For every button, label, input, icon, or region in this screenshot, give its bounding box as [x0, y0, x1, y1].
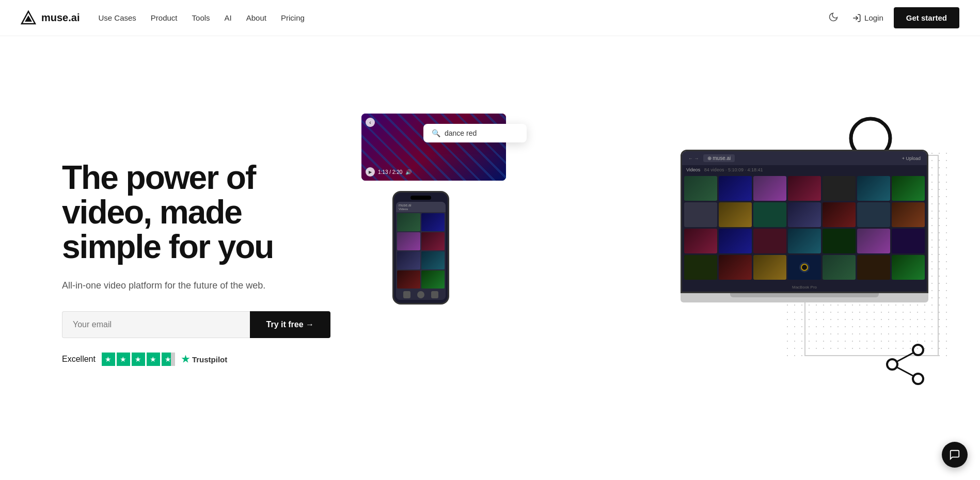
- vt-11: [788, 202, 821, 227]
- logo[interactable]: muse.ai: [21, 10, 80, 26]
- video-overlay: ▶ 1:13 / 2:20 🔊: [366, 167, 412, 177]
- vt-12: [823, 202, 856, 227]
- vt-15: [684, 229, 717, 253]
- vt-26: [823, 255, 856, 280]
- laptop-browser-bar: ← → ⊕ muse.ai + Upload: [682, 151, 927, 165]
- nav-product[interactable]: Product: [151, 13, 178, 22]
- vt-13: [857, 202, 890, 227]
- upload-btn: + Upload: [902, 156, 921, 161]
- svg-line-9: [897, 367, 913, 376]
- nav-ai[interactable]: AI: [225, 13, 232, 22]
- video-row-4: [684, 255, 925, 280]
- hero-right: ‹ ▶ 1:13 / 2:20 🔊 🔍 dance red muse.ai V: [351, 108, 939, 418]
- back-arrow: ‹: [366, 118, 375, 127]
- trustpilot-logo: ★ Trustpilot: [181, 354, 227, 365]
- phone-top-bar: muse.ai Videos: [396, 202, 446, 212]
- vt-8: [684, 202, 717, 227]
- nav-tools[interactable]: Tools: [192, 13, 210, 22]
- vt-20: [857, 229, 890, 253]
- phone-thumb-8: [421, 270, 445, 289]
- search-icon-small: 🔍: [432, 129, 440, 137]
- vt-7: [892, 176, 925, 201]
- trustpilot-section: Excellent ★ ★ ★ ★ ★ ★ Trustpilot: [62, 353, 330, 366]
- phone-thumb-7: [397, 270, 420, 289]
- laptop-model-label: MacBook Pro: [682, 283, 927, 292]
- phone-body: muse.ai Videos: [392, 191, 449, 305]
- svg-line-8: [897, 353, 913, 361]
- star-rating: ★ ★ ★ ★ ★: [102, 353, 175, 366]
- star-1: ★: [102, 353, 115, 366]
- solar-eclipse: [799, 262, 810, 273]
- laptop-content: ← → ⊕ muse.ai + Upload Videos 84 videos …: [682, 151, 927, 292]
- trustpilot-label: Excellent: [62, 355, 96, 364]
- nav-about[interactable]: About: [246, 13, 266, 22]
- phone-thumb-5: [397, 251, 420, 269]
- video-row-3: [684, 229, 925, 253]
- svg-point-7: [913, 374, 923, 384]
- trustpilot-brand: Trustpilot: [192, 355, 227, 364]
- search-query: dance red: [445, 129, 477, 137]
- laptop-foot: [730, 293, 879, 297]
- phone-thumb-6: [421, 251, 445, 269]
- volume-icon: 🔊: [405, 169, 412, 175]
- vt-17: [753, 229, 786, 253]
- laptop-base: [681, 293, 928, 302]
- share-icon: [882, 344, 928, 387]
- vt-28: [892, 255, 925, 280]
- login-icon: [852, 13, 861, 23]
- nav-right: Login Get started: [825, 7, 959, 28]
- phone-thumb-4: [421, 232, 445, 250]
- try-free-button[interactable]: Try it free →: [250, 311, 330, 338]
- vt-1: [684, 176, 717, 201]
- svg-point-5: [913, 345, 923, 355]
- vt-21: [892, 229, 925, 253]
- chat-icon: [949, 449, 960, 460]
- hero-section: The power of video, made simple for you …: [0, 36, 980, 480]
- vt-25: [788, 255, 821, 280]
- phone-thumb-3: [397, 232, 420, 250]
- videos-label: Videos 84 videos · 5:10:09 · 4:18:41: [682, 165, 927, 174]
- hero-left: The power of video, made simple for you …: [62, 161, 330, 366]
- phone-notch: [410, 196, 431, 200]
- trustpilot-star-icon: ★: [181, 354, 189, 365]
- vt-14: [892, 202, 925, 227]
- navbar: muse.ai Use Cases Product Tools AI About…: [0, 0, 980, 36]
- phone-bottom-bar: [396, 290, 446, 300]
- nav-use-cases[interactable]: Use Cases: [98, 13, 136, 22]
- email-input[interactable]: [62, 311, 250, 338]
- logo-icon: [21, 10, 36, 26]
- nav-pricing[interactable]: Pricing: [281, 13, 305, 22]
- chat-button[interactable]: [942, 442, 968, 468]
- hero-subheadline: All-in-one video platform for the future…: [62, 279, 330, 293]
- video-time: 1:13 / 2:20: [378, 169, 402, 175]
- login-button[interactable]: Login: [852, 13, 883, 23]
- phone-thumb-1: [397, 213, 420, 231]
- vt-24: [753, 255, 786, 280]
- vt-27: [857, 255, 890, 280]
- vt-23: [719, 255, 752, 280]
- star-5: ★: [162, 353, 175, 366]
- vt-5: [823, 176, 856, 201]
- hero-headline: The power of video, made simple for you: [62, 161, 330, 265]
- phone-nav-home: [403, 291, 410, 298]
- star-2: ★: [117, 353, 130, 366]
- get-started-button[interactable]: Get started: [894, 7, 959, 28]
- play-button-small[interactable]: ▶: [366, 167, 375, 177]
- laptop-address-bar: ⊕ muse.ai: [703, 154, 735, 162]
- vt-6: [857, 176, 890, 201]
- vt-2: [719, 176, 752, 201]
- search-widget: 🔍 dance red: [423, 124, 527, 142]
- vt-19: [823, 229, 856, 253]
- vt-10: [753, 202, 786, 227]
- dark-mode-toggle[interactable]: [825, 9, 842, 27]
- vt-4: [788, 176, 821, 201]
- video-grid: [682, 174, 927, 283]
- vt-3: [753, 176, 786, 201]
- logo-text: muse.ai: [41, 12, 80, 24]
- vt-16: [719, 229, 752, 253]
- nav-links: Use Cases Product Tools AI About Pricing: [98, 13, 304, 23]
- phone-video-grid: [396, 212, 446, 290]
- svg-point-6: [887, 359, 897, 370]
- video-row-2: [684, 202, 925, 227]
- vt-22: [684, 255, 717, 280]
